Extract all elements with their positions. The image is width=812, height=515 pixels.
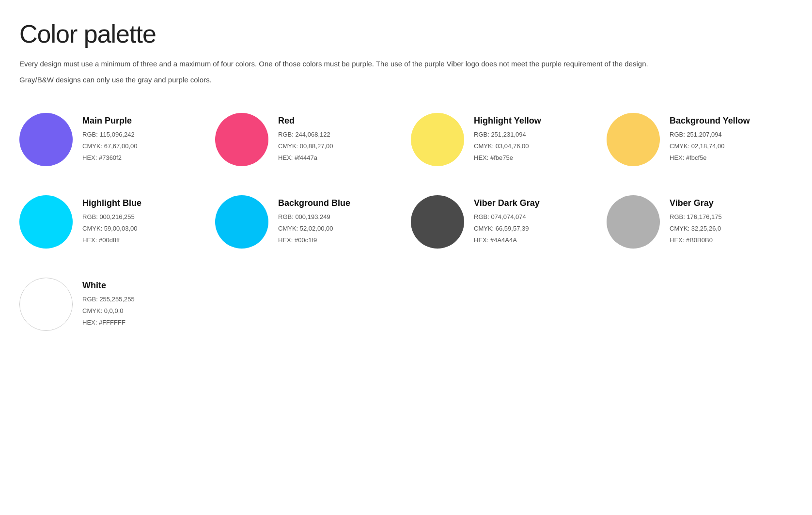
color-cmyk: CMYK: 02,18,74,00 [670,141,750,152]
color-circle [19,278,73,331]
color-hex: HEX: #FFFFFF [82,317,135,328]
color-name: Viber Gray [670,198,722,209]
color-cmyk: CMYK: 03,04,76,00 [474,141,541,152]
color-circle [607,113,660,166]
color-info: WhiteRGB: 255,255,255CMYK: 0,0,0,0HEX: #… [82,281,135,328]
color-cmyk: CMYK: 66,59,57,39 [474,223,540,234]
color-cmyk: CMYK: 0,0,0,0 [82,306,135,316]
color-circle [215,195,268,249]
color-rgb: RGB: 000,193,249 [278,212,350,222]
color-item: RedRGB: 244,068,122CMYK: 00,88,27,00HEX:… [215,113,401,166]
color-item: Main PurpleRGB: 115,096,242CMYK: 67,67,0… [19,113,205,166]
color-info: Main PurpleRGB: 115,096,242CMYK: 67,67,0… [82,116,137,163]
color-info: Viber GrayRGB: 176,176,175CMYK: 32,25,26… [670,198,722,246]
color-rgb: RGB: 074,074,074 [474,212,540,222]
color-circle [215,113,268,166]
color-info: Highlight BlueRGB: 000,216,255CMYK: 59,0… [82,198,141,246]
color-info: RedRGB: 244,068,122CMYK: 00,88,27,00HEX:… [278,116,333,163]
color-rgb: RGB: 251,207,094 [670,129,750,140]
color-info: Highlight YellowRGB: 251,231,094CMYK: 03… [474,116,541,163]
color-item: Background BlueRGB: 000,193,249CMYK: 52,… [215,195,401,249]
color-cmyk: CMYK: 32,25,26,0 [670,223,722,234]
page-title: Color palette [19,19,793,48]
color-circle [607,195,660,249]
color-rgb: RGB: 115,096,242 [82,129,137,140]
color-name: Highlight Blue [82,198,141,209]
color-item: Viber GrayRGB: 176,176,175CMYK: 32,25,26… [607,195,793,249]
color-name: Red [278,116,333,126]
color-item: WhiteRGB: 255,255,255CMYK: 0,0,0,0HEX: #… [19,278,205,331]
color-info: Background BlueRGB: 000,193,249CMYK: 52,… [278,198,350,246]
color-grid: Main PurpleRGB: 115,096,242CMYK: 67,67,0… [19,113,793,331]
color-hex: HEX: #B0B0B0 [670,235,722,246]
color-name: Main Purple [82,116,137,126]
color-cmyk: CMYK: 59,00,03,00 [82,223,141,234]
color-hex: HEX: #fbcf5e [670,153,750,163]
color-circle [411,113,464,166]
color-hex: HEX: #00d8ff [82,235,141,246]
color-name: White [82,281,135,291]
color-rgb: RGB: 176,176,175 [670,212,722,222]
color-hex: HEX: #4A4A4A [474,235,540,246]
color-circle [19,113,73,166]
color-rgb: RGB: 244,068,122 [278,129,333,140]
color-hex: HEX: #fbe75e [474,153,541,163]
color-hex: HEX: #f4447a [278,153,333,163]
color-rgb: RGB: 255,255,255 [82,294,135,305]
color-name: Background Yellow [670,116,750,126]
color-circle [19,195,73,249]
color-item: Highlight YellowRGB: 251,231,094CMYK: 03… [411,113,597,166]
color-name: Viber Dark Gray [474,198,540,209]
color-name: Background Blue [278,198,350,209]
color-info: Viber Dark GrayRGB: 074,074,074CMYK: 66,… [474,198,540,246]
color-info: Background YellowRGB: 251,207,094CMYK: 0… [670,116,750,163]
color-rgb: RGB: 000,216,255 [82,212,141,222]
description-1: Every design must use a minimum of three… [19,58,649,70]
color-hex: HEX: #00c1f9 [278,235,350,246]
color-item: Background YellowRGB: 251,207,094CMYK: 0… [607,113,793,166]
color-circle [411,195,464,249]
color-item: Highlight BlueRGB: 000,216,255CMYK: 59,0… [19,195,205,249]
color-item: Viber Dark GrayRGB: 074,074,074CMYK: 66,… [411,195,597,249]
color-cmyk: CMYK: 00,88,27,00 [278,141,333,152]
color-cmyk: CMYK: 67,67,00,00 [82,141,137,152]
color-rgb: RGB: 251,231,094 [474,129,541,140]
color-hex: HEX: #7360f2 [82,153,137,163]
color-name: Highlight Yellow [474,116,541,126]
description-2: Gray/B&W designs can only use the gray a… [19,76,793,84]
color-cmyk: CMYK: 52,02,00,00 [278,223,350,234]
